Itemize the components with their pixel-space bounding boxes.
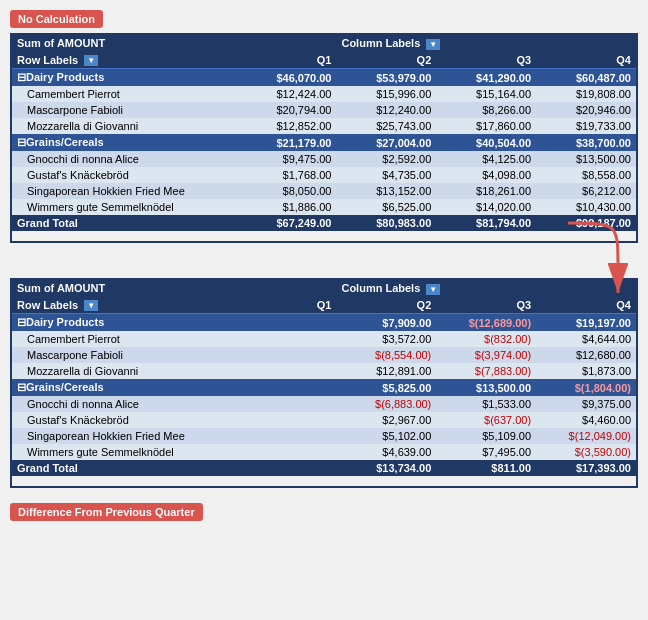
badge1-label: No Calculation — [10, 10, 103, 28]
grand-total-q2: $13,734.00 — [336, 460, 436, 476]
item-name: Gnocchi di nonna Alice — [12, 151, 237, 167]
item-q1 — [237, 363, 337, 379]
grand-total-label: Grand Total — [12, 215, 237, 231]
item-q1 — [237, 428, 337, 444]
item-q4: $9,375.00 — [536, 396, 636, 412]
table2-category-row-1: ⊟Grains/Cereals $5,825.00 $13,500.00 $(1… — [12, 379, 636, 396]
item-name: Gustaf's Knäckebröd — [12, 412, 237, 428]
item-q1 — [237, 396, 337, 412]
cat-name: ⊟Grains/Cereals — [12, 379, 237, 396]
grand-total-label: Grand Total — [12, 460, 237, 476]
item-q4: $13,500.00 — [536, 151, 636, 167]
table2-row-filter-icon[interactable]: ▼ — [84, 300, 98, 311]
table2-col-filter-icon[interactable]: ▼ — [426, 284, 440, 295]
table1-category-row-1: ⊟Grains/Cereals $21,179.00 $27,004.00 $4… — [12, 134, 636, 151]
cat-q2: $5,825.00 — [336, 379, 436, 396]
table2-data-row: Wimmers gute Semmelknödel $4,639.00 $7,4… — [12, 444, 636, 460]
cat-q2: $7,909.00 — [336, 314, 436, 332]
table2: Sum of AMOUNT Column Labels ▼ Row Labels… — [12, 280, 636, 476]
table2-data-row: Singaporean Hokkien Fried Mee $5,102.00 … — [12, 428, 636, 444]
cat-name: ⊟Grains/Cereals — [12, 134, 237, 151]
table1-col-labels: Column Labels — [341, 37, 420, 49]
table2-q2-header: Q2 — [336, 297, 436, 314]
table2-col-header-row: Row Labels ▼ Q1 Q2 Q3 Q4 — [12, 297, 636, 314]
item-q2: $4,639.00 — [336, 444, 436, 460]
table2-q1-header: Q1 — [237, 297, 337, 314]
table1-data-row: Singaporean Hokkien Fried Mee $8,050.00 … — [12, 183, 636, 199]
item-q4: $(12,049.00) — [536, 428, 636, 444]
table2-col-labels: Column Labels — [341, 282, 420, 294]
table2-data-row: Mozzarella di Giovanni $12,891.00 $(7,88… — [12, 363, 636, 379]
item-q1: $1,886.00 — [237, 199, 337, 215]
grand-total-q4: $17,393.00 — [536, 460, 636, 476]
item-q2: $15,996.00 — [336, 86, 436, 102]
difference-badge: Difference From Previous Quarter — [10, 503, 638, 526]
cat-q3: $(12,689.00) — [436, 314, 536, 332]
item-q4: $4,460.00 — [536, 412, 636, 428]
cat-q4: $38,700.00 — [536, 134, 636, 151]
table1-title: Sum of AMOUNT — [12, 35, 336, 52]
item-q1 — [237, 347, 337, 363]
item-name: Camembert Pierrot — [12, 86, 237, 102]
table1-category-row-0: ⊟Dairy Products $46,070.00 $53,979.00 $4… — [12, 69, 636, 87]
item-q2: $3,572.00 — [336, 331, 436, 347]
item-q2: $13,152.00 — [336, 183, 436, 199]
item-q3: $(7,883.00) — [436, 363, 536, 379]
cat-q1 — [237, 314, 337, 332]
table1-q1-header: Q1 — [237, 52, 337, 69]
cat-q1 — [237, 379, 337, 396]
cat-name: ⊟Dairy Products — [12, 314, 237, 332]
red-arrow — [558, 218, 628, 308]
item-q4: $10,430.00 — [536, 199, 636, 215]
item-q2: $(8,554.00) — [336, 347, 436, 363]
item-q1: $20,794.00 — [237, 102, 337, 118]
table1: Sum of AMOUNT Column Labels ▼ Row Labels… — [12, 35, 636, 231]
table1-data-row: Camembert Pierrot $12,424.00 $15,996.00 … — [12, 86, 636, 102]
table1-data-row: Gnocchi di nonna Alice $9,475.00 $2,592.… — [12, 151, 636, 167]
cat-q4: $19,197.00 — [536, 314, 636, 332]
item-name: Wimmers gute Semmelknödel — [12, 444, 237, 460]
table1-title-row: Sum of AMOUNT Column Labels ▼ — [12, 35, 636, 52]
table2-grand-total-row: Grand Total $13,734.00 $811.00 $17,393.0… — [12, 460, 636, 476]
cat-q3: $40,504.00 — [436, 134, 536, 151]
item-q1 — [237, 444, 337, 460]
grand-total-q2: $80,983.00 — [336, 215, 436, 231]
table2-data-row: Gustaf's Knäckebröd $2,967.00 $(637.00) … — [12, 412, 636, 428]
table1-col-header-row: Row Labels ▼ Q1 Q2 Q3 Q4 — [12, 52, 636, 69]
item-q1 — [237, 331, 337, 347]
item-q3: $(3,974.00) — [436, 347, 536, 363]
item-name: Mozzarella di Giovanni — [12, 118, 237, 134]
grand-total-q3: $811.00 — [436, 460, 536, 476]
item-q1: $12,424.00 — [237, 86, 337, 102]
item-q4: $12,680.00 — [536, 347, 636, 363]
cat-q1: $21,179.00 — [237, 134, 337, 151]
item-q4: $20,946.00 — [536, 102, 636, 118]
item-q4: $8,558.00 — [536, 167, 636, 183]
table1-data-row: Gustaf's Knäckebröd $1,768.00 $4,735.00 … — [12, 167, 636, 183]
item-q3: $5,109.00 — [436, 428, 536, 444]
cat-q3: $41,290.00 — [436, 69, 536, 87]
cat-q2: $53,979.00 — [336, 69, 436, 87]
item-q2: $6,525.00 — [336, 199, 436, 215]
item-q3: $18,261.00 — [436, 183, 536, 199]
table1-col-filter-icon[interactable]: ▼ — [426, 39, 440, 50]
item-name: Gnocchi di nonna Alice — [12, 396, 237, 412]
item-name: Gustaf's Knäckebröd — [12, 167, 237, 183]
cat-q4: $60,487.00 — [536, 69, 636, 87]
item-q3: $17,860.00 — [436, 118, 536, 134]
arrow-area — [10, 258, 638, 278]
item-q3: $4,098.00 — [436, 167, 536, 183]
item-name: Mozzarella di Giovanni — [12, 363, 237, 379]
item-q2: $2,967.00 — [336, 412, 436, 428]
table2-wrapper: Sum of AMOUNT Column Labels ▼ Row Labels… — [10, 278, 638, 488]
grand-total-q1 — [237, 460, 337, 476]
table2-q3-header: Q3 — [436, 297, 536, 314]
item-q2: $12,240.00 — [336, 102, 436, 118]
table2-title-row: Sum of AMOUNT Column Labels ▼ — [12, 280, 636, 297]
table2-title: Sum of AMOUNT — [12, 280, 336, 297]
cat-name: ⊟Dairy Products — [12, 69, 237, 87]
table1-row-filter-icon[interactable]: ▼ — [84, 55, 98, 66]
table1-wrapper: Sum of AMOUNT Column Labels ▼ Row Labels… — [10, 33, 638, 243]
item-q2: $25,743.00 — [336, 118, 436, 134]
table1-grand-total-row: Grand Total $67,249.00 $80,983.00 $81,79… — [12, 215, 636, 231]
